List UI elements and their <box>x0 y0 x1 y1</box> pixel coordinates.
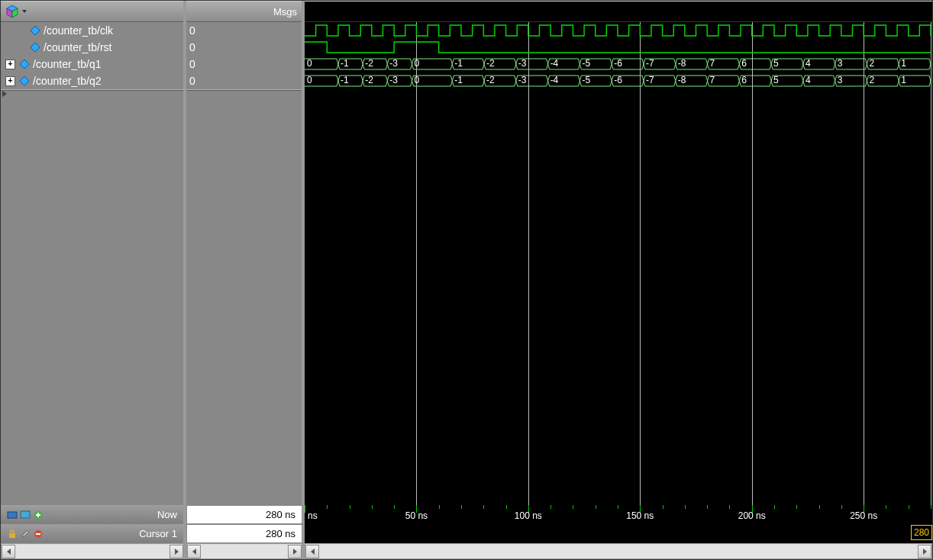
ruler-minor-tick <box>663 505 663 509</box>
scroll-right-button[interactable] <box>918 545 931 558</box>
now-value-cell: 280 ns <box>186 505 305 524</box>
signals-list[interactable]: /counter_tb/clk /counter_tb/rst + /count… <box>1 22 183 505</box>
bus-value: -7 <box>646 76 654 85</box>
bus-value: 1 <box>901 59 906 68</box>
signal-name: /counter_tb/q1 <box>33 58 102 70</box>
ruler-major-tick <box>305 505 305 513</box>
now-value: 280 ns <box>266 509 295 520</box>
cursor-row: Cursor 1 280 ns 280 <box>1 524 932 543</box>
svg-rect-10 <box>9 533 15 538</box>
scroll-track[interactable] <box>319 545 918 558</box>
signals-header[interactable] <box>1 1 183 22</box>
bus-value: -2 <box>365 76 373 85</box>
ruler-minor-tick <box>909 505 909 509</box>
signal-row[interactable]: + /counter_tb/q1 <box>1 56 183 72</box>
signal-row[interactable]: + /counter_tb/q2 <box>1 72 183 89</box>
bus-value: -4 <box>550 76 559 85</box>
edit-icon[interactable] <box>20 529 31 539</box>
expand-icon[interactable]: + <box>5 76 15 86</box>
insertion-marker[interactable] <box>1 91 183 97</box>
chevron-down-icon[interactable] <box>22 10 27 13</box>
signal-row[interactable]: /counter_tb/clk <box>1 22 183 39</box>
bus-value: 7 <box>710 76 715 85</box>
ruler-minor-tick <box>707 505 708 509</box>
cursor-value: 280 ns <box>266 528 295 539</box>
ruler-minor-tick <box>685 505 686 509</box>
bus-value: 4 <box>805 59 811 68</box>
ruler-minor-tick <box>327 505 328 509</box>
waveform-pane[interactable]: 0-1-2-30-1-2-3-4-5-6-7-8765432100-1-2-30… <box>305 1 932 505</box>
signal-row[interactable]: /counter_tb/rst <box>1 39 183 56</box>
cursor-label: Cursor 1 <box>139 528 177 539</box>
waveform-svg <box>305 22 931 495</box>
bus-value: -8 <box>678 59 686 68</box>
now-row-left: Now <box>1 505 186 524</box>
scroll-track[interactable] <box>201 545 288 558</box>
scrollbar-row <box>1 543 932 559</box>
lock-icon[interactable] <box>7 529 18 539</box>
signal-value: 0 <box>189 41 195 53</box>
footer-area: Now 280 ns ns50 ns100 ns150 ns200 ns250 … <box>1 505 932 559</box>
ruler-tick-label: 250 ns <box>850 510 877 521</box>
add-icon[interactable] <box>33 510 44 520</box>
bus-value: -3 <box>389 76 398 85</box>
values-header: Msgs <box>186 1 302 22</box>
expand-icon[interactable]: + <box>5 60 15 69</box>
ruler-tick-label: 100 ns <box>515 510 542 521</box>
signal-value: 0 <box>189 58 195 70</box>
remove-icon[interactable] <box>33 529 44 539</box>
ruler-minor-tick <box>596 505 596 509</box>
bus-value: 7 <box>710 59 715 68</box>
ruler-tick-label: 50 ns <box>405 510 428 521</box>
ruler-unit-label: ns <box>308 510 318 521</box>
waveform-hscrollbar[interactable] <box>305 543 932 559</box>
scroll-left-button[interactable] <box>187 545 201 558</box>
scroll-left-button[interactable] <box>2 545 15 558</box>
values-hscrollbar[interactable] <box>186 543 305 559</box>
value-row[interactable]: 0 <box>186 56 302 72</box>
signal-value: 0 <box>189 24 195 37</box>
ruler-minor-tick <box>618 505 618 509</box>
scroll-right-button[interactable] <box>288 545 302 558</box>
divider <box>186 89 302 91</box>
value-row[interactable]: 0 <box>186 22 302 39</box>
ruler-minor-tick <box>350 505 350 509</box>
scroll-track[interactable] <box>15 545 169 558</box>
ruler-minor-tick <box>729 505 730 509</box>
bus-value: -1 <box>454 76 463 85</box>
monitor-icon[interactable] <box>20 510 31 520</box>
bus-value: -6 <box>614 59 622 68</box>
svg-rect-7 <box>8 512 17 518</box>
signal-name: /counter_tb/rst <box>44 41 112 53</box>
value-row[interactable]: 0 <box>186 39 302 56</box>
bus-value: -6 <box>614 76 622 85</box>
objects-icon <box>5 5 19 18</box>
bus-value: -1 <box>341 59 349 68</box>
ruler-tick-label: 200 ns <box>738 510 766 521</box>
bus-value: 2 <box>869 59 874 68</box>
bus-value: -2 <box>486 76 495 85</box>
bus-value: 1 <box>901 76 906 85</box>
scroll-right-button[interactable] <box>169 545 183 558</box>
values-list[interactable]: 0 0 0 0 <box>186 22 302 505</box>
bus-value: 6 <box>741 59 747 68</box>
bus-value: 3 <box>838 59 843 68</box>
wave-icon[interactable] <box>7 510 18 520</box>
time-ruler[interactable]: ns50 ns100 ns150 ns200 ns250 ns <box>305 505 932 524</box>
ruler-minor-tick <box>841 505 842 509</box>
ruler-tick-label: 150 ns <box>626 510 654 521</box>
scroll-left-button[interactable] <box>305 545 319 558</box>
cursor-line[interactable] <box>931 22 931 505</box>
waveform-header <box>305 1 932 22</box>
now-label: Now <box>157 509 177 520</box>
bus-value: -7 <box>646 59 654 68</box>
bus-value: -5 <box>582 59 590 68</box>
signals-hscrollbar[interactable] <box>1 543 186 559</box>
bus-value: -5 <box>582 76 590 85</box>
value-row[interactable]: 0 <box>186 72 302 89</box>
ruler-minor-tick <box>573 505 573 509</box>
cursor-ruler[interactable]: 280 <box>305 524 932 543</box>
waveform-area[interactable]: 0-1-2-30-1-2-3-4-5-6-7-8765432100-1-2-30… <box>305 22 932 505</box>
now-row: Now 280 ns ns50 ns100 ns150 ns200 ns250 … <box>1 505 932 524</box>
cursor-tag[interactable]: 280 <box>911 525 932 540</box>
